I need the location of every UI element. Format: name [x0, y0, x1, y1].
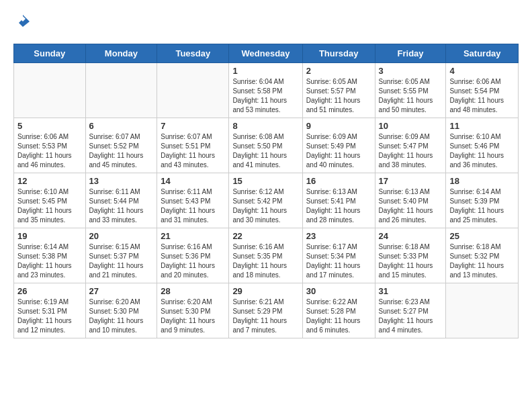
- day-number: 31: [379, 286, 443, 296]
- calendar-cell: 8Sunrise: 6:08 AM Sunset: 5:50 PM Daylig…: [229, 118, 302, 173]
- day-info: Sunrise: 6:04 AM Sunset: 5:58 PM Dayligh…: [232, 77, 298, 115]
- day-info: Sunrise: 6:22 AM Sunset: 5:28 PM Dayligh…: [306, 298, 371, 335]
- day-info: Sunrise: 6:16 AM Sunset: 5:36 PM Dayligh…: [161, 242, 225, 280]
- day-info: Sunrise: 6:09 AM Sunset: 5:49 PM Dayligh…: [306, 132, 371, 170]
- calendar-cell: 25Sunrise: 6:18 AM Sunset: 5:32 PM Dayli…: [446, 228, 519, 283]
- day-info: Sunrise: 6:20 AM Sunset: 5:30 PM Dayligh…: [161, 298, 225, 335]
- day-number: 28: [161, 286, 225, 296]
- day-number: 13: [89, 176, 154, 186]
- day-number: 26: [17, 286, 82, 296]
- calendar-cell: 7Sunrise: 6:07 AM Sunset: 5:51 PM Daylig…: [157, 118, 229, 173]
- calendar-cell: 29Sunrise: 6:21 AM Sunset: 5:29 PM Dayli…: [229, 283, 302, 338]
- calendar-header-row: SundayMondayTuesdayWednesdayThursdayFrid…: [14, 44, 519, 63]
- day-info: Sunrise: 6:23 AM Sunset: 5:27 PM Dayligh…: [379, 298, 443, 335]
- day-number: 20: [89, 231, 154, 241]
- day-info: Sunrise: 6:18 AM Sunset: 5:33 PM Dayligh…: [379, 242, 443, 280]
- day-number: 12: [17, 176, 82, 186]
- day-number: 5: [17, 121, 82, 131]
- calendar-week-row: 1Sunrise: 6:04 AM Sunset: 5:58 PM Daylig…: [14, 63, 519, 118]
- day-info: Sunrise: 6:21 AM Sunset: 5:29 PM Dayligh…: [232, 298, 298, 335]
- day-info: Sunrise: 6:10 AM Sunset: 5:46 PM Dayligh…: [449, 132, 515, 170]
- day-number: 7: [161, 121, 225, 131]
- day-info: Sunrise: 6:06 AM Sunset: 5:53 PM Dayligh…: [17, 132, 82, 170]
- logo: [13, 13, 31, 33]
- page-header: [13, 13, 519, 33]
- day-header-tuesday: Tuesday: [157, 44, 229, 63]
- calendar-cell: 9Sunrise: 6:09 AM Sunset: 5:49 PM Daylig…: [302, 118, 375, 173]
- day-info: Sunrise: 6:13 AM Sunset: 5:40 PM Dayligh…: [379, 187, 443, 225]
- day-info: Sunrise: 6:18 AM Sunset: 5:32 PM Dayligh…: [449, 242, 515, 280]
- day-header-wednesday: Wednesday: [229, 44, 302, 63]
- day-info: Sunrise: 6:10 AM Sunset: 5:45 PM Dayligh…: [17, 187, 82, 225]
- day-info: Sunrise: 6:11 AM Sunset: 5:44 PM Dayligh…: [89, 187, 154, 225]
- day-info: Sunrise: 6:19 AM Sunset: 5:31 PM Dayligh…: [17, 298, 82, 335]
- calendar-cell: 14Sunrise: 6:11 AM Sunset: 5:43 PM Dayli…: [157, 173, 229, 228]
- calendar-cell: 1Sunrise: 6:04 AM Sunset: 5:58 PM Daylig…: [229, 63, 302, 118]
- day-number: 1: [232, 66, 298, 76]
- calendar-cell: [85, 63, 157, 118]
- day-info: Sunrise: 6:07 AM Sunset: 5:52 PM Dayligh…: [89, 132, 154, 170]
- day-header-monday: Monday: [85, 44, 157, 63]
- calendar-cell: 17Sunrise: 6:13 AM Sunset: 5:40 PM Dayli…: [375, 173, 446, 228]
- calendar-cell: 2Sunrise: 6:05 AM Sunset: 5:57 PM Daylig…: [302, 63, 375, 118]
- day-info: Sunrise: 6:05 AM Sunset: 5:57 PM Dayligh…: [306, 77, 371, 115]
- calendar-cell: 23Sunrise: 6:17 AM Sunset: 5:34 PM Dayli…: [302, 228, 375, 283]
- calendar-cell: 6Sunrise: 6:07 AM Sunset: 5:52 PM Daylig…: [85, 118, 157, 173]
- day-number: 3: [379, 66, 443, 76]
- calendar-cell: [14, 63, 86, 118]
- day-info: Sunrise: 6:14 AM Sunset: 5:39 PM Dayligh…: [449, 187, 515, 225]
- calendar-cell: 19Sunrise: 6:14 AM Sunset: 5:38 PM Dayli…: [14, 228, 86, 283]
- day-number: 11: [449, 121, 515, 131]
- day-info: Sunrise: 6:17 AM Sunset: 5:34 PM Dayligh…: [306, 242, 371, 280]
- logo-icon: [15, 13, 31, 30]
- day-info: Sunrise: 6:08 AM Sunset: 5:50 PM Dayligh…: [232, 132, 298, 170]
- day-number: 27: [89, 286, 154, 296]
- day-info: Sunrise: 6:13 AM Sunset: 5:41 PM Dayligh…: [306, 187, 371, 225]
- day-number: 19: [17, 231, 82, 241]
- calendar-cell: 21Sunrise: 6:16 AM Sunset: 5:36 PM Dayli…: [157, 228, 229, 283]
- day-info: Sunrise: 6:06 AM Sunset: 5:54 PM Dayligh…: [449, 77, 515, 115]
- day-number: 15: [232, 176, 298, 186]
- day-number: 6: [89, 121, 154, 131]
- day-number: 24: [379, 231, 443, 241]
- calendar-table: SundayMondayTuesdayWednesdayThursdayFrid…: [13, 44, 519, 338]
- calendar-cell: 28Sunrise: 6:20 AM Sunset: 5:30 PM Dayli…: [157, 283, 229, 338]
- day-number: 29: [232, 286, 298, 296]
- calendar-cell: 10Sunrise: 6:09 AM Sunset: 5:47 PM Dayli…: [375, 118, 446, 173]
- day-header-saturday: Saturday: [446, 44, 519, 63]
- day-info: Sunrise: 6:14 AM Sunset: 5:38 PM Dayligh…: [17, 242, 82, 280]
- day-number: 22: [232, 231, 298, 241]
- calendar-cell: 13Sunrise: 6:11 AM Sunset: 5:44 PM Dayli…: [85, 173, 157, 228]
- day-number: 25: [449, 231, 515, 241]
- calendar-cell: 26Sunrise: 6:19 AM Sunset: 5:31 PM Dayli…: [14, 283, 86, 338]
- calendar-cell: 18Sunrise: 6:14 AM Sunset: 5:39 PM Dayli…: [446, 173, 519, 228]
- calendar-cell: 12Sunrise: 6:10 AM Sunset: 5:45 PM Dayli…: [14, 173, 86, 228]
- calendar-week-row: 19Sunrise: 6:14 AM Sunset: 5:38 PM Dayli…: [14, 228, 519, 283]
- calendar-cell: 11Sunrise: 6:10 AM Sunset: 5:46 PM Dayli…: [446, 118, 519, 173]
- day-header-friday: Friday: [375, 44, 446, 63]
- calendar-week-row: 5Sunrise: 6:06 AM Sunset: 5:53 PM Daylig…: [14, 118, 519, 173]
- day-number: 30: [306, 286, 371, 296]
- calendar-cell: 4Sunrise: 6:06 AM Sunset: 5:54 PM Daylig…: [446, 63, 519, 118]
- day-number: 18: [449, 176, 515, 186]
- calendar-cell: 5Sunrise: 6:06 AM Sunset: 5:53 PM Daylig…: [14, 118, 86, 173]
- calendar-cell: 3Sunrise: 6:05 AM Sunset: 5:55 PM Daylig…: [375, 63, 446, 118]
- day-info: Sunrise: 6:09 AM Sunset: 5:47 PM Dayligh…: [379, 132, 443, 170]
- calendar-cell: 24Sunrise: 6:18 AM Sunset: 5:33 PM Dayli…: [375, 228, 446, 283]
- calendar-cell: 30Sunrise: 6:22 AM Sunset: 5:28 PM Dayli…: [302, 283, 375, 338]
- calendar-cell: 16Sunrise: 6:13 AM Sunset: 5:41 PM Dayli…: [302, 173, 375, 228]
- calendar-cell: 20Sunrise: 6:15 AM Sunset: 5:37 PM Dayli…: [85, 228, 157, 283]
- day-info: Sunrise: 6:20 AM Sunset: 5:30 PM Dayligh…: [89, 298, 154, 335]
- calendar-cell: 27Sunrise: 6:20 AM Sunset: 5:30 PM Dayli…: [85, 283, 157, 338]
- day-header-thursday: Thursday: [302, 44, 375, 63]
- day-info: Sunrise: 6:15 AM Sunset: 5:37 PM Dayligh…: [89, 242, 154, 280]
- day-header-sunday: Sunday: [14, 44, 86, 63]
- day-number: 4: [449, 66, 515, 76]
- calendar-cell: 31Sunrise: 6:23 AM Sunset: 5:27 PM Dayli…: [375, 283, 446, 338]
- day-info: Sunrise: 6:12 AM Sunset: 5:42 PM Dayligh…: [232, 187, 298, 225]
- calendar-cell: [157, 63, 229, 118]
- day-info: Sunrise: 6:05 AM Sunset: 5:55 PM Dayligh…: [379, 77, 443, 115]
- day-number: 16: [306, 176, 371, 186]
- day-number: 23: [306, 231, 371, 241]
- day-info: Sunrise: 6:11 AM Sunset: 5:43 PM Dayligh…: [161, 187, 225, 225]
